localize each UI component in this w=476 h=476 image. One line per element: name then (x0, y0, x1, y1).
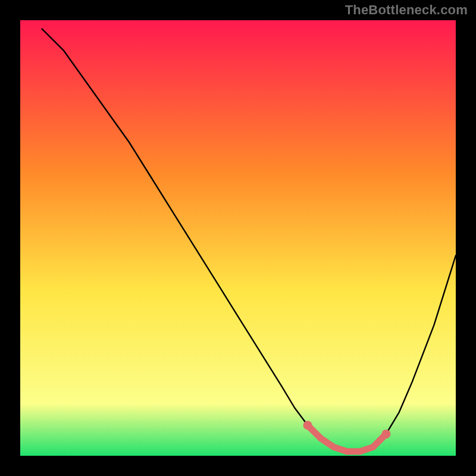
chart-plot-area (20, 20, 456, 456)
chart-frame: TheBottleneck.com (0, 0, 476, 476)
gradient-background (20, 20, 456, 456)
optimal-range-marker (381, 430, 390, 439)
chart-svg (20, 20, 456, 456)
optimal-range-marker (331, 444, 337, 450)
optimal-range-marker (357, 448, 364, 455)
optimal-range-marker (318, 435, 324, 441)
watermark-text: TheBottleneck.com (345, 2, 468, 18)
optimal-range-marker (344, 448, 350, 455)
optimal-range-marker (369, 444, 376, 450)
optimal-range-marker (303, 421, 312, 430)
